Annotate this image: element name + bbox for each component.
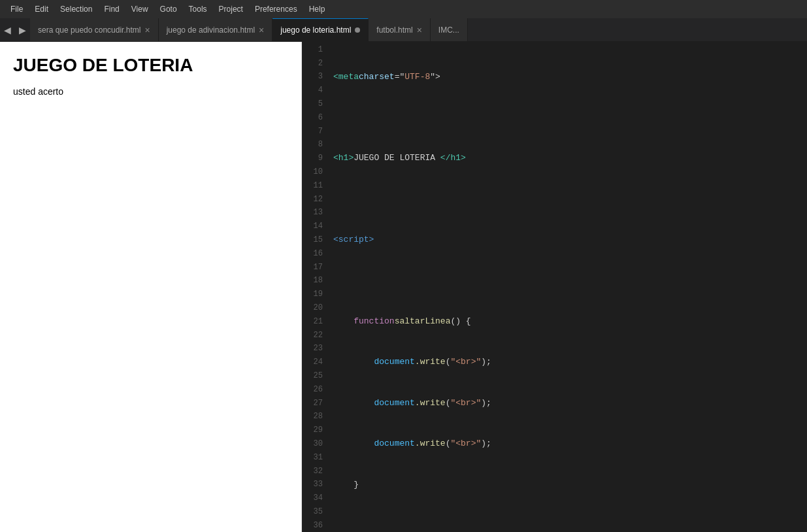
editor-pane[interactable]: 12345 678910 1112131415 1617181920 21222… [302, 42, 807, 532]
menu-bar: File Edit Selection Find View Goto Tools… [0, 0, 807, 18]
menu-goto[interactable]: Goto [155, 3, 182, 16]
code-line-1: <meta charset="UTF-8"> [333, 71, 802, 84]
code-line-7: function saltarLinea() { [333, 315, 802, 329]
tab-adivinacion-label: juego de adivinacion.html [167, 25, 255, 35]
code-line-2 [333, 111, 802, 125]
tab-nav-right[interactable]: ▶ [15, 18, 30, 41]
menu-help[interactable]: Help [304, 3, 331, 16]
code-line-4 [333, 193, 802, 207]
line-numbers: 12345 678910 1112131415 1617181920 21222… [302, 42, 328, 532]
preview-pane: JUEGO DE LOTERIA usted acerto [0, 42, 302, 532]
menu-tools[interactable]: Tools [184, 3, 212, 16]
menu-view[interactable]: View [126, 3, 154, 16]
menu-selection[interactable]: Selection [55, 3, 97, 16]
tab-futbol-close[interactable]: × [417, 25, 422, 35]
code-line-6 [333, 274, 802, 288]
tab-futbol[interactable]: futbol.html × [369, 18, 431, 41]
tab-adivinacion-close[interactable]: × [259, 25, 264, 35]
code-content[interactable]: <meta charset="UTF-8"> <h1> JUEGO DE LOT… [328, 42, 807, 532]
code-line-3: <h1> JUEGO DE LOTERIA </h1> [333, 152, 802, 165]
main-area: JUEGO DE LOTERIA usted acerto 12345 6789… [0, 42, 807, 532]
tab-loteria[interactable]: juego de loteria.html [272, 18, 369, 41]
tab-nav-left[interactable]: ◀ [0, 18, 15, 41]
code-line-8: document.write("<br>"); [333, 356, 802, 369]
code-line-12 [333, 519, 802, 532]
code-line-11: } [333, 478, 802, 492]
tab-imc[interactable]: IMC... [431, 18, 468, 41]
code-area[interactable]: 12345 678910 1112131415 1617181920 21222… [302, 42, 807, 532]
tab-futbol-label: futbol.html [376, 25, 412, 35]
code-line-10: document.write("<br>"); [333, 437, 802, 451]
menu-preferences[interactable]: Preferences [250, 3, 303, 16]
tab-sera-label: sera que puedo concudir.html [38, 25, 140, 35]
code-line-9: document.write("<br>"); [333, 397, 802, 410]
tab-bar: ◀ ▶ sera que puedo concudir.html × juego… [0, 18, 807, 42]
code-line-5: <script> [333, 233, 802, 247]
menu-find[interactable]: Find [99, 3, 124, 16]
menu-file[interactable]: File [5, 3, 28, 16]
preview-title: JUEGO DE LOTERIA [13, 55, 288, 76]
menu-edit[interactable]: Edit [29, 3, 54, 16]
preview-output: usted acerto [13, 86, 288, 97]
tab-adivinacion[interactable]: juego de adivinacion.html × [159, 18, 273, 41]
menu-project[interactable]: Project [214, 3, 248, 16]
tab-sera-close[interactable]: × [144, 25, 150, 35]
tab-sera[interactable]: sera que puedo concudir.html × [30, 18, 159, 41]
tab-loteria-dot [355, 27, 360, 33]
tab-imc-label: IMC... [438, 25, 459, 35]
tab-loteria-label: juego de loteria.html [280, 25, 351, 35]
